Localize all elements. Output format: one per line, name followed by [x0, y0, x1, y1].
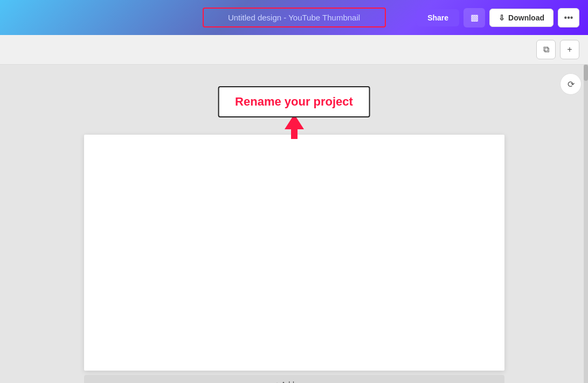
stats-icon-button[interactable]: ▩ [464, 8, 485, 27]
canvas-wrapper: Rename your project + Add page [84, 135, 504, 383]
copy-page-button[interactable]: ⧉ [536, 40, 556, 59]
subheader: ⧉ + [0, 35, 588, 65]
download-button[interactable]: ⇩ Download [489, 9, 554, 27]
main-area: ⟳ Rename your project + Add page [0, 65, 588, 383]
project-title-input[interactable] [203, 8, 386, 27]
scrollbar-thumb[interactable] [584, 65, 588, 81]
rename-tooltip: Rename your project [218, 86, 370, 117]
add-page-button[interactable]: + [560, 40, 579, 59]
refresh-icon: ⟳ [568, 79, 575, 89]
plus-icon: + [567, 45, 572, 54]
scrollbar-track[interactable] [584, 65, 588, 383]
copy-icon: ⧉ [543, 45, 549, 54]
header: Share ▩ ⇩ Download ••• [0, 0, 588, 35]
ellipsis-icon: ••• [564, 13, 573, 23]
header-center [203, 8, 386, 27]
design-canvas[interactable] [84, 135, 504, 371]
download-icon: ⇩ [499, 13, 505, 22]
header-right: Share ▩ ⇩ Download ••• [417, 8, 579, 27]
arrow-up-icon [285, 114, 304, 139]
rename-tooltip-text: Rename your project [235, 95, 353, 108]
svg-marker-0 [285, 114, 304, 139]
more-options-button[interactable]: ••• [558, 8, 579, 27]
add-page-bar[interactable]: + Add page [84, 375, 504, 383]
bar-chart-icon: ▩ [471, 12, 479, 23]
refresh-button[interactable]: ⟳ [560, 73, 582, 95]
share-button[interactable]: Share [417, 9, 459, 26]
